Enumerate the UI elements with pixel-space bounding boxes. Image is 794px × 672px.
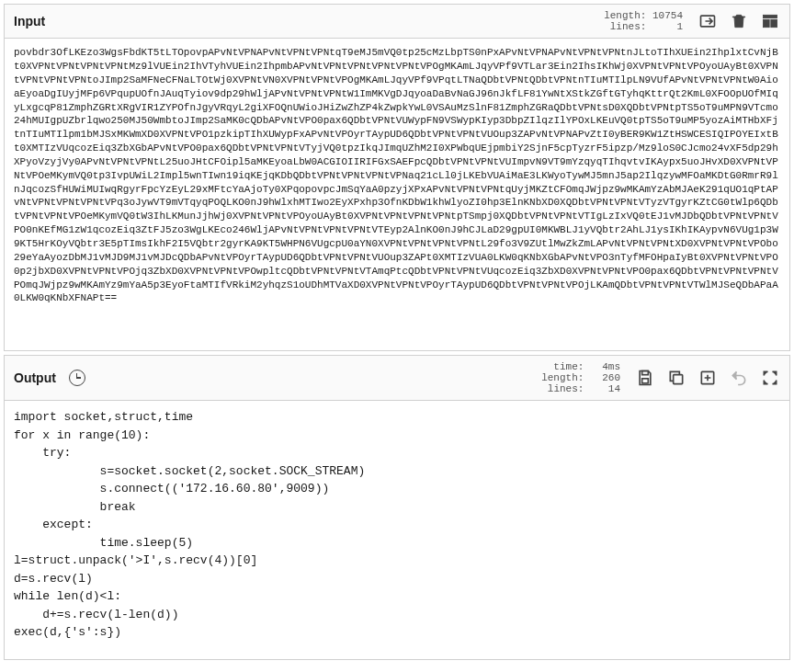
input-length-value: 10754 <box>652 10 683 21</box>
output-lines-value: 14 <box>608 383 620 394</box>
output-panel: Output time: 4ms length: 260 lines: 14 <box>4 355 790 660</box>
svg-rect-2 <box>764 19 770 27</box>
svg-rect-1 <box>764 15 777 17</box>
output-time-label: time: <box>553 361 584 372</box>
svg-rect-5 <box>642 379 649 383</box>
undo-icon[interactable] <box>729 368 749 388</box>
import-icon[interactable] <box>698 11 718 31</box>
input-header-left: Input <box>14 14 45 28</box>
svg-rect-6 <box>674 375 683 384</box>
input-header-right: length: 10754 lines: 1 <box>604 10 780 32</box>
input-panel: Input length: 10754 lines: 1 <box>4 4 790 351</box>
output-meta: time: 4ms length: 260 lines: 14 <box>541 361 620 394</box>
save-icon[interactable] <box>635 368 655 388</box>
output-header: Output time: 4ms length: 260 lines: 14 <box>5 356 789 401</box>
delete-icon[interactable] <box>729 11 749 31</box>
output-length-value: 260 <box>602 372 620 383</box>
output-title: Output <box>14 370 56 385</box>
copy-icon[interactable] <box>666 368 686 388</box>
output-lines-label: lines: <box>548 383 584 394</box>
output-header-left: Output <box>14 370 85 386</box>
input-meta: length: 10754 lines: 1 <box>604 10 683 32</box>
new-tab-icon[interactable] <box>698 368 718 388</box>
output-content: import socket,struct,time for x in range… <box>14 408 780 642</box>
input-lines-label: lines: <box>610 21 647 32</box>
input-title: Input <box>14 14 45 28</box>
grid-icon[interactable] <box>760 11 780 31</box>
input-content: povbdr3OfLKEzo3WgsFbdKT5tLTOpovpAPvNtVPN… <box>14 46 780 305</box>
history-icon[interactable] <box>69 370 85 386</box>
svg-rect-4 <box>642 371 649 375</box>
input-header: Input length: 10754 lines: 1 <box>5 5 789 39</box>
svg-rect-3 <box>771 19 777 27</box>
input-length-label: length: <box>604 10 646 21</box>
output-time-value: 4ms <box>602 361 620 372</box>
output-header-right: time: 4ms length: 260 lines: 14 <box>541 361 780 394</box>
output-body[interactable]: import socket,struct,time for x in range… <box>5 401 789 659</box>
output-length-label: length: <box>541 372 584 383</box>
input-lines-value: 1 <box>676 21 683 32</box>
fullscreen-icon[interactable] <box>760 368 780 388</box>
input-body[interactable]: povbdr3OfLKEzo3WgsFbdKT5tLTOpovpAPvNtVPN… <box>5 39 789 350</box>
